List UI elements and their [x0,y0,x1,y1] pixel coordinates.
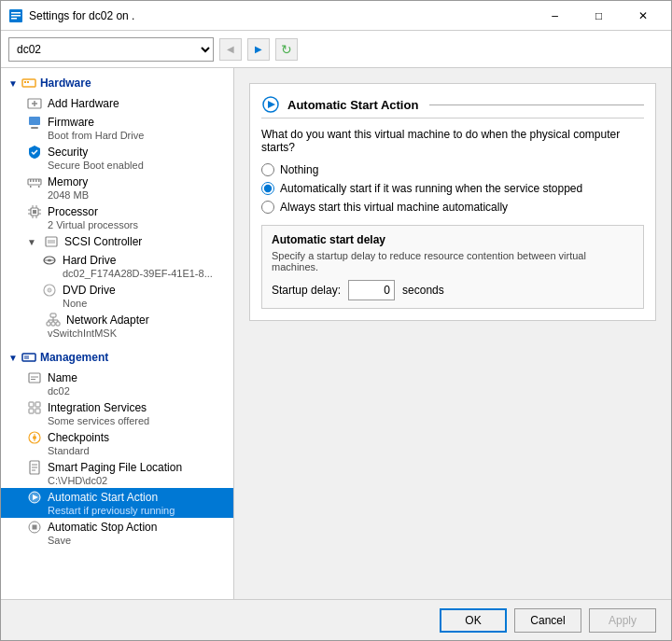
vm-selector[interactable]: dc02 [8,37,214,62]
smart-paging-sub: C:\VHD\dc02 [27,475,226,486]
title-bar-left: Settings for dc02 on . [8,8,134,23]
svg-rect-20 [33,210,36,214]
hardware-section-header[interactable]: ▼ Hardware [1,72,233,94]
sidebar-item-auto-start[interactable]: Automatic Start Action Restart if previo… [1,488,233,518]
radio-always-start-input[interactable] [261,201,274,214]
radio-always-start[interactable]: Always start this virtual machine automa… [261,201,644,214]
integration-label: Integration Services [48,401,147,414]
svg-rect-51 [29,402,34,407]
panel-question: What do you want this virtual machine to… [261,128,644,154]
sidebar-item-add-hardware[interactable]: Add Hardware [1,94,233,113]
delay-desc: Specify a startup delay to reduce resour… [272,250,634,272]
security-label: Security [48,146,88,159]
svg-rect-66 [33,525,37,530]
svg-rect-1 [11,12,21,14]
back-button[interactable]: ◀ [219,38,242,61]
apply-button[interactable]: Apply [589,608,656,633]
delay-row: Startup delay: seconds [272,280,634,300]
sidebar-item-dvd-drive[interactable]: DVD Drive None [1,281,233,311]
auto-stop-sub: Save [27,535,226,546]
network-icon [46,313,61,327]
processor-sub: 2 Virtual processors [27,219,226,230]
svg-rect-3 [11,18,17,20]
svg-rect-53 [29,409,34,413]
radio-nothing[interactable]: Nothing [261,163,644,176]
management-label: Management [40,351,108,364]
panel-title-line [429,105,644,105]
hard-drive-label: Hard Drive [63,254,116,267]
maximize-button[interactable]: □ [578,1,620,31]
management-section-header[interactable]: ▼ Management [1,346,233,369]
svg-rect-37 [50,314,56,317]
sidebar-item-network[interactable]: Network Adapter vSwitchIntMSK [1,311,233,341]
startup-delay-label: Startup delay: [272,284,341,297]
checkpoints-label: Checkpoints [48,431,109,444]
startup-delay-input[interactable] [348,280,395,300]
integration-icon [27,400,42,415]
security-sub: Secure Boot enabled [27,160,226,171]
svg-point-36 [49,289,50,291]
firmware-sub: Boot from Hard Drive [27,130,226,141]
name-label: Name [48,371,77,384]
security-icon [27,145,42,160]
svg-rect-54 [35,409,40,413]
settings-window: Settings for dc02 on . – □ ✕ dc02 ◀ ▶ ↻ … [0,0,672,641]
sidebar: ▼ Hardware [1,68,234,599]
sidebar-item-checkpoints[interactable]: Checkpoints Standard [1,428,233,458]
sidebar-item-processor[interactable]: Processor 2 Virtual processors [1,202,233,232]
dvd-icon [42,283,57,298]
auto-start-label: Automatic Start Action [48,491,158,504]
refresh-button[interactable]: ↻ [275,38,298,61]
sidebar-item-integration[interactable]: Integration Services Some services offer… [1,398,233,428]
panel-title-row: Automatic Start Action [261,95,644,118]
paging-icon [27,460,42,475]
hard-drive-icon [42,253,57,268]
hard-drive-sub: dc02_F174A28D-39EF-41E1-8... [42,268,226,279]
svg-rect-30 [48,240,55,244]
ok-button[interactable]: OK [440,608,507,633]
svg-rect-48 [29,373,40,383]
sidebar-item-memory[interactable]: Memory 2048 MB [1,173,233,202]
sidebar-item-auto-stop[interactable]: Automatic Stop Action Save [1,518,233,548]
radio-auto-if-running-input[interactable] [261,182,274,195]
sidebar-item-firmware[interactable]: Firmware Boot from Hard Drive [1,113,233,143]
content-area: ▼ Hardware [1,68,671,599]
svg-rect-13 [30,179,32,182]
smart-paging-label: Smart Paging File Location [48,461,182,474]
svg-rect-14 [33,179,35,182]
dvd-sub: None [42,298,226,309]
svg-rect-2 [11,15,21,17]
minimize-button[interactable]: – [534,1,576,31]
auto-start-panel: Automatic Start Action What do you want … [249,83,656,321]
scsi-label: SCSI Controller [64,235,142,248]
memory-label: Memory [48,175,88,188]
svg-rect-6 [27,81,29,83]
sidebar-item-security[interactable]: Security Secure Boot enabled [1,143,233,173]
sidebar-item-smart-paging[interactable]: Smart Paging File Location C:\VHD\dc02 [1,458,233,488]
close-button[interactable]: ✕ [622,1,664,31]
processor-label: Processor [48,205,98,218]
svg-point-56 [33,436,36,439]
svg-rect-15 [35,179,37,182]
window-title: Settings for dc02 on . [29,9,134,22]
panel-title-icon [261,95,280,114]
sidebar-item-scsi[interactable]: ▼ SCSI Controller [1,232,233,251]
name-sub: dc02 [27,385,226,397]
forward-button[interactable]: ▶ [247,38,270,61]
svg-rect-40 [56,322,60,326]
title-bar: Settings for dc02 on . – □ ✕ [1,1,671,31]
auto-start-sub: Restart if previously running [27,505,226,516]
radio-auto-if-running[interactable]: Automatically start if it was running wh… [261,182,644,195]
processor-icon [27,204,42,219]
add-hardware-icon [27,96,42,111]
sidebar-item-hard-drive[interactable]: Hard Drive dc02_F174A28D-39EF-41E1-8... [1,251,233,281]
radio-nothing-input[interactable] [261,163,274,176]
sidebar-item-name[interactable]: Name dc02 [1,369,233,398]
hardware-label: Hardware [40,77,91,90]
network-label: Network Adapter [66,314,149,327]
toolbar: dc02 ◀ ▶ ↻ [1,31,671,68]
main-panel: Automatic Start Action What do you want … [234,68,671,599]
svg-rect-52 [35,402,40,407]
cancel-button[interactable]: Cancel [514,608,581,633]
add-hardware-label: Add Hardware [48,97,119,110]
